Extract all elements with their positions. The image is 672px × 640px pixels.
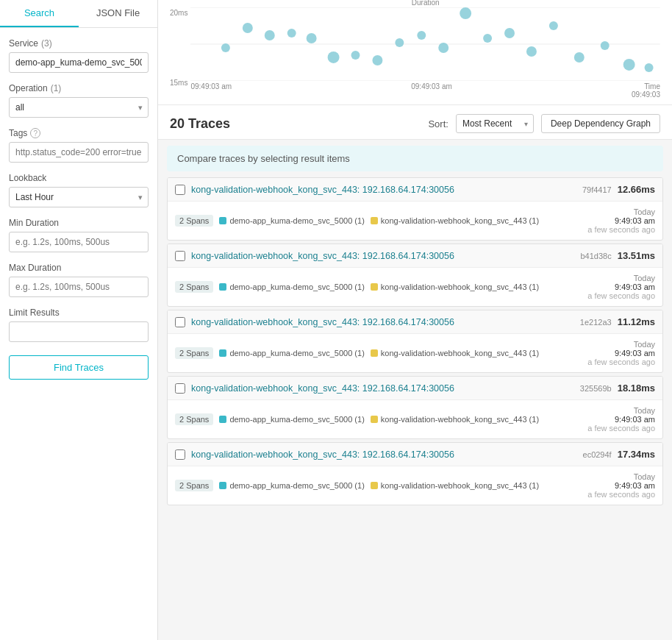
dep-graph-button[interactable]: Deep Dependency Graph: [541, 114, 660, 133]
trace-duration: 13.51ms: [618, 250, 655, 261]
trace-id: ec0294f: [583, 450, 612, 459]
service-tag-2: kong-validation-webhook_kong_svc_443 (1): [371, 216, 539, 225]
service-input[interactable]: [9, 52, 149, 73]
trace-checkbox[interactable]: [175, 383, 185, 394]
service-name-1: demo-app_kuma-demo_svc_5000 (1): [229, 481, 364, 490]
service-dot-teal: [219, 482, 226, 489]
y-axis-bottom: 15ms: [170, 79, 187, 87]
lookback-field: Lookback Last Hour Last 2 Hours Last 6 H…: [9, 173, 149, 207]
time-value: 9:49:03 am: [587, 481, 655, 490]
lookback-label: Lookback: [9, 173, 149, 183]
trace-time: Today 9:49:03 am a few seconds ago: [587, 406, 655, 433]
min-duration-field: Min Duration: [9, 218, 149, 252]
trace-id: 79f4417: [582, 185, 612, 194]
trace-name[interactable]: kong-validation-webhook_kong_svc_443: 19…: [191, 383, 571, 394]
trace-checkbox[interactable]: [175, 251, 185, 261]
compare-banner: Compare traces by selecting result items: [167, 146, 663, 171]
tags-input[interactable]: [9, 142, 149, 163]
tags-field: Tags ?: [9, 128, 149, 163]
spans-badge: 2 Spans: [175, 347, 213, 359]
svg-point-5: [265, 30, 275, 40]
trace-checkbox[interactable]: [175, 449, 185, 460]
svg-point-7: [307, 33, 317, 43]
time-label: Today: [587, 340, 655, 349]
trace-name[interactable]: kong-validation-webhook_kong_svc_443: 19…: [191, 185, 573, 195]
trace-spans: 2 Spans demo-app_kuma-demo_svc_5000 (1) …: [175, 215, 587, 227]
sort-select[interactable]: Most Recent Longest First Shortest First: [456, 114, 534, 133]
y-axis-top: 20ms: [170, 9, 187, 17]
time-label: Today: [587, 406, 655, 415]
time-value: 9:49:03 am: [587, 415, 655, 424]
traces-header: 20 Traces Sort: Most Recent Longest Firs…: [158, 105, 672, 140]
trace-duration: 12.66ms: [618, 184, 655, 195]
sort-label: Sort:: [428, 118, 448, 129]
trace-time: Today 9:49:03 am a few seconds ago: [587, 207, 655, 234]
trace-checkbox[interactable]: [175, 317, 185, 327]
service-dot-yellow: [371, 349, 378, 357]
svg-point-18: [549, 21, 558, 30]
tab-search[interactable]: Search: [0, 0, 79, 27]
max-duration-label: Max Duration: [9, 263, 149, 273]
service-tag-1: demo-app_kuma-demo_svc_5000 (1): [219, 216, 364, 225]
sort-wrapper: Most Recent Longest First Shortest First: [456, 114, 534, 133]
trace-id: 1e212a3: [580, 318, 612, 327]
trace-duration: 18.18ms: [618, 383, 655, 394]
trace-name[interactable]: kong-validation-webhook_kong_svc_443: 19…: [191, 317, 571, 327]
find-traces-button[interactable]: Find Traces: [9, 355, 149, 380]
service-tag-1: demo-app_kuma-demo_svc_5000 (1): [219, 415, 364, 424]
service-label: Service (3): [9, 38, 149, 49]
min-duration-input[interactable]: [9, 232, 149, 252]
service-dot-yellow: [371, 416, 378, 423]
operation-field: Operation (1) all: [9, 83, 149, 118]
service-tag-1: demo-app_kuma-demo_svc_5000 (1): [219, 282, 364, 291]
time-label: Today: [587, 274, 655, 282]
tags-help-icon[interactable]: ?: [30, 128, 40, 138]
spans-badge: 2 Spans: [175, 215, 213, 227]
svg-point-9: [351, 51, 360, 60]
trace-duration: 11.12ms: [618, 316, 655, 327]
service-dot-yellow: [371, 283, 378, 291]
service-name-1: demo-app_kuma-demo_svc_5000 (1): [229, 216, 364, 225]
lookback-select[interactable]: Last Hour Last 2 Hours Last 6 Hours: [9, 187, 149, 207]
svg-point-21: [623, 59, 635, 71]
min-duration-label: Min Duration: [9, 218, 149, 228]
trace-time: Today 9:49:03 am a few seconds ago: [587, 472, 655, 499]
svg-point-6: [287, 29, 296, 38]
spans-badge: 2 Spans: [175, 281, 213, 293]
svg-point-22: [645, 63, 654, 72]
y-axis-label: Duration: [412, 0, 440, 7]
limit-field: Limit Results 20: [9, 307, 149, 342]
spans-badge: 2 Spans: [175, 413, 213, 425]
svg-point-8: [328, 51, 340, 63]
sidebar-tabs: Search JSON File: [0, 0, 157, 28]
service-tag-2: kong-validation-webhook_kong_svc_443 (1): [371, 349, 539, 358]
service-dot-teal: [219, 217, 226, 224]
trace-checkbox[interactable]: [175, 185, 185, 195]
svg-point-13: [439, 43, 449, 53]
tab-json[interactable]: JSON File: [79, 0, 157, 27]
svg-point-10: [373, 55, 383, 65]
service-dot-yellow: [371, 482, 378, 489]
service-name-2: kong-validation-webhook_kong_svc_443 (1): [381, 481, 539, 490]
service-name-2: kong-validation-webhook_kong_svc_443 (1): [381, 216, 539, 225]
svg-point-14: [460, 7, 472, 19]
service-name-1: demo-app_kuma-demo_svc_5000 (1): [229, 415, 364, 424]
limit-input[interactable]: 20: [9, 321, 149, 342]
trace-time: Today 9:49:03 am a few seconds ago: [587, 274, 655, 300]
svg-point-4: [243, 23, 253, 33]
svg-point-20: [601, 41, 610, 50]
time-value: 9:49:03 am: [587, 216, 655, 225]
service-field: Service (3): [9, 38, 149, 73]
max-duration-input[interactable]: [9, 277, 149, 297]
trace-card-body: 2 Spans demo-app_kuma-demo_svc_5000 (1) …: [168, 268, 662, 306]
lookback-select-wrapper: Last Hour Last 2 Hours Last 6 Hours: [9, 187, 149, 207]
service-name-1: demo-app_kuma-demo_svc_5000 (1): [229, 349, 364, 358]
time-ago: a few seconds ago: [587, 225, 655, 234]
time-ago: a few seconds ago: [587, 424, 655, 433]
trace-time: Today 9:49:03 am a few seconds ago: [587, 340, 655, 366]
service-dot-yellow: [371, 217, 378, 224]
trace-id: b41d38c: [580, 252, 611, 260]
trace-name[interactable]: kong-validation-webhook_kong_svc_443: 19…: [191, 251, 571, 261]
trace-name[interactable]: kong-validation-webhook_kong_svc_443: 19…: [191, 449, 574, 460]
operation-select[interactable]: all: [9, 97, 149, 118]
